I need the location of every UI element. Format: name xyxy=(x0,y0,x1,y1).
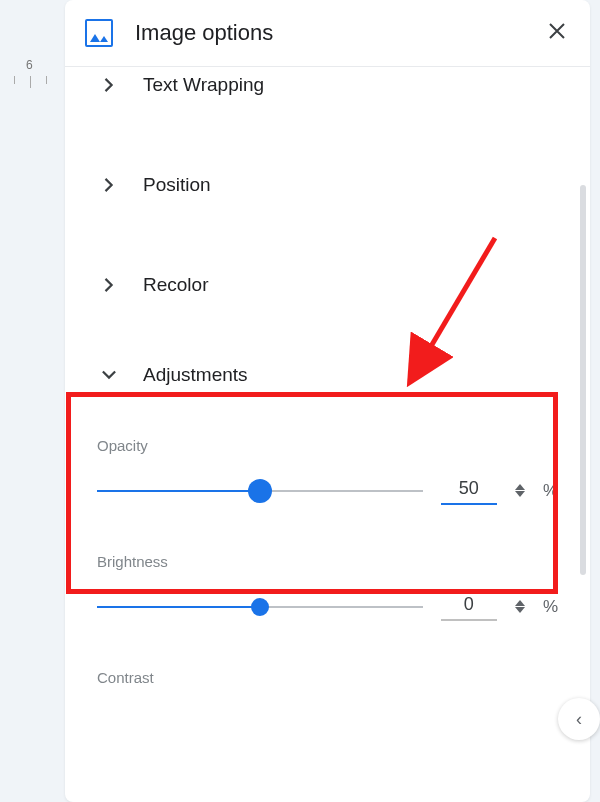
panel-title: Image options xyxy=(135,20,544,46)
adjustment-opacity: Opacity % xyxy=(65,425,590,513)
adjustment-brightness: Brightness % xyxy=(65,541,590,629)
section-text-wrapping[interactable]: Text Wrapping xyxy=(65,73,590,115)
panel-scrollbar[interactable] xyxy=(580,185,586,575)
panel-header: Image options xyxy=(65,0,590,67)
unit-label: % xyxy=(543,481,558,501)
section-label: Adjustments xyxy=(143,364,248,386)
close-button[interactable] xyxy=(544,18,570,48)
opacity-slider[interactable] xyxy=(97,479,423,503)
section-recolor[interactable]: Recolor xyxy=(65,255,590,315)
opacity-label: Opacity xyxy=(97,437,558,454)
ruler-number: 6 xyxy=(26,58,33,72)
slider-thumb[interactable] xyxy=(251,598,269,616)
chevron-down-icon xyxy=(97,363,121,387)
chevron-left-icon: ‹ xyxy=(576,709,582,730)
chevron-right-icon xyxy=(97,173,121,197)
slider-thumb[interactable] xyxy=(248,479,272,503)
unit-label: % xyxy=(543,597,558,617)
contrast-label: Contrast xyxy=(97,669,558,686)
panel-body: Text Wrapping Position Recolor Adjustmen… xyxy=(65,67,590,802)
brightness-label: Brightness xyxy=(97,553,558,570)
section-label: Text Wrapping xyxy=(143,74,264,96)
section-label: Recolor xyxy=(143,274,208,296)
ruler: 6 xyxy=(0,58,60,78)
stepper-down-icon[interactable] xyxy=(515,491,525,497)
image-options-panel: Image options Text Wrapping Position xyxy=(65,0,590,802)
section-label: Position xyxy=(143,174,211,196)
brightness-input[interactable] xyxy=(441,592,497,621)
image-icon xyxy=(85,19,113,47)
chevron-right-icon xyxy=(97,73,121,97)
stepper-up-icon[interactable] xyxy=(515,484,525,490)
chevron-right-icon xyxy=(97,273,121,297)
brightness-stepper[interactable] xyxy=(515,600,525,613)
collapse-button[interactable]: ‹ xyxy=(558,698,600,740)
opacity-input[interactable] xyxy=(441,476,497,505)
section-adjustments[interactable]: Adjustments xyxy=(65,345,590,405)
stepper-down-icon[interactable] xyxy=(515,607,525,613)
stepper-up-icon[interactable] xyxy=(515,600,525,606)
section-position[interactable]: Position xyxy=(65,155,590,215)
adjustment-contrast: Contrast xyxy=(65,657,590,686)
brightness-slider[interactable] xyxy=(97,595,423,619)
close-icon xyxy=(548,20,566,45)
opacity-stepper[interactable] xyxy=(515,484,525,497)
